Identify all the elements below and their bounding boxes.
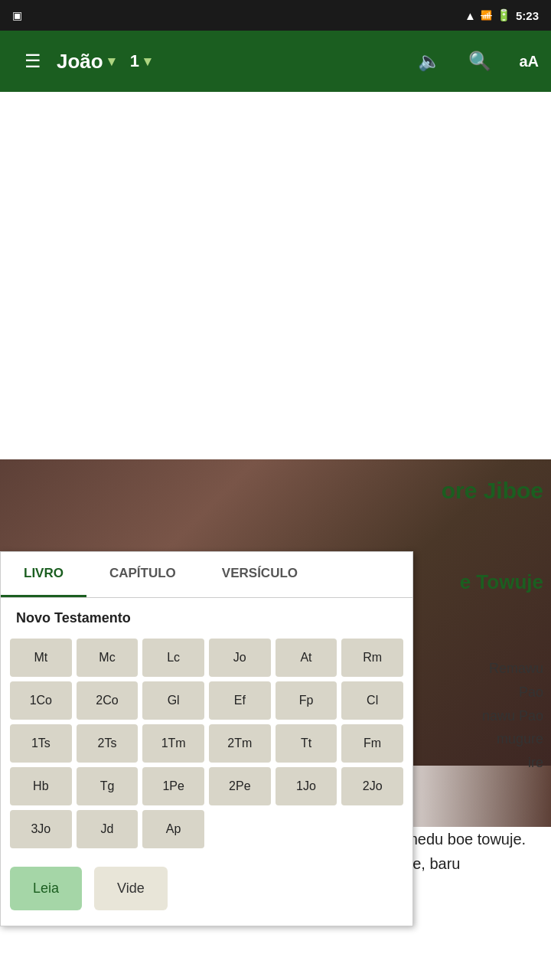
background-text: ore Jiboe e Towuje Remawu Pao nawu Pao m… bbox=[442, 475, 543, 774]
leia-button[interactable]: Leia bbox=[10, 867, 82, 910]
book-2pe[interactable]: 2Pe bbox=[209, 767, 271, 805]
status-bar-right: ▲ 📶 🔋 5:23 bbox=[465, 8, 539, 22]
time-display: 5:23 bbox=[516, 9, 539, 22]
book-name: João bbox=[57, 50, 103, 74]
book-1tm[interactable]: 1Tm bbox=[142, 724, 204, 763]
signal-icon: 📶 bbox=[481, 10, 492, 21]
chapter-number: 1 bbox=[130, 51, 139, 71]
bg-text-lines: Remawu Pao nawu Pao mugure ire bbox=[442, 657, 543, 774]
book-at[interactable]: At bbox=[276, 639, 337, 677]
book-ef[interactable]: Ef bbox=[209, 681, 271, 720]
bg-line4: Pao bbox=[442, 681, 543, 704]
book-3jo[interactable]: 3Jo bbox=[10, 810, 72, 848]
main-wrapper: ore Jiboe e Towuje Remawu Pao nawu Pao m… bbox=[0, 459, 551, 894]
book-jd[interactable]: Jd bbox=[77, 810, 139, 848]
menu-button[interactable]: ☰ bbox=[24, 51, 41, 72]
tab-versiculo[interactable]: VERSÍCULO bbox=[199, 552, 321, 597]
section-label: Novo Testamento bbox=[1, 598, 412, 632]
book-1ts[interactable]: 1Ts bbox=[10, 724, 72, 763]
book-selector[interactable]: João ▾ bbox=[57, 50, 115, 74]
bg-line7: ire bbox=[442, 751, 543, 775]
chapter-dropdown-arrow: ▾ bbox=[144, 53, 151, 70]
bg-title-line1: ore Jiboe bbox=[442, 475, 543, 507]
bg-line3: Remawu bbox=[442, 657, 543, 681]
book-hb[interactable]: Hb bbox=[10, 767, 72, 805]
book-dropdown-panel: LIVRO CAPÍTULO VERSÍCULO Novo Testamento… bbox=[0, 551, 413, 926]
book-jo[interactable]: Jo bbox=[209, 639, 271, 677]
book-lc[interactable]: Lc bbox=[142, 639, 204, 677]
bg-title-line2: e Towuje bbox=[442, 568, 543, 596]
book-2ts[interactable]: 2Ts bbox=[77, 724, 139, 763]
status-bar: ▣ ▲ 📶 🔋 5:23 bbox=[0, 0, 551, 31]
chapter-selector[interactable]: 1 ▾ bbox=[130, 51, 151, 71]
book-dropdown-arrow: ▾ bbox=[108, 53, 115, 70]
panel-tabs: LIVRO CAPÍTULO VERSÍCULO bbox=[1, 552, 412, 598]
book-tg[interactable]: Tg bbox=[77, 767, 139, 805]
app-header: ☰ João ▾ 1 ▾ 🔈 🔍 aA bbox=[0, 31, 551, 92]
book-fm[interactable]: Fm bbox=[341, 724, 403, 763]
bg-line5: nawu Pao bbox=[442, 704, 543, 728]
book-2co[interactable]: 2Co bbox=[77, 681, 139, 720]
wifi-icon: ▲ bbox=[465, 9, 476, 22]
book-rm[interactable]: Rm bbox=[341, 639, 403, 677]
book-fp[interactable]: Fp bbox=[276, 681, 337, 720]
book-tt[interactable]: Tt bbox=[276, 724, 337, 763]
font-size-button[interactable]: aA bbox=[519, 53, 539, 70]
book-2tm[interactable]: 2Tm bbox=[209, 724, 271, 763]
battery-icon: 🔋 bbox=[497, 8, 511, 22]
speaker-button[interactable]: 🔈 bbox=[418, 51, 441, 72]
tab-livro[interactable]: LIVRO bbox=[1, 552, 86, 597]
book-mc[interactable]: Mc bbox=[77, 639, 139, 677]
vide-button[interactable]: Vide bbox=[94, 867, 168, 910]
gallery-icon: ▣ bbox=[12, 9, 22, 21]
book-2jo[interactable]: 2Jo bbox=[341, 767, 403, 805]
book-cl[interactable]: Cl bbox=[341, 681, 403, 720]
bg-line6: mugure bbox=[442, 727, 543, 751]
book-1pe[interactable]: 1Pe bbox=[142, 767, 204, 805]
book-1jo[interactable]: 1Jo bbox=[276, 767, 337, 805]
book-grid: Mt Mc Lc Jo At Rm 1Co 2Co Gl Ef Fp Cl 1T… bbox=[1, 632, 412, 854]
book-1co[interactable]: 1Co bbox=[10, 681, 72, 720]
book-ap[interactable]: Ap bbox=[142, 810, 204, 848]
search-button[interactable]: 🔍 bbox=[468, 51, 491, 72]
book-gl[interactable]: Gl bbox=[142, 681, 204, 720]
action-buttons: Leia Vide bbox=[1, 854, 412, 926]
book-mt[interactable]: Mt bbox=[10, 639, 72, 677]
status-bar-left: ▣ bbox=[12, 9, 22, 21]
tab-capitulo[interactable]: CAPÍTULO bbox=[86, 552, 199, 597]
